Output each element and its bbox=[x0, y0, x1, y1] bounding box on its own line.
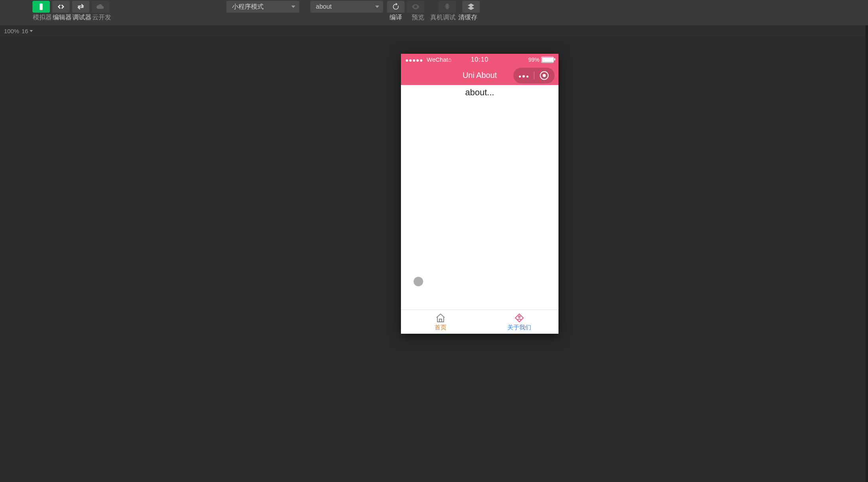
floating-assist-dot[interactable] bbox=[414, 277, 423, 286]
mode-select[interactable]: 小程序模式 bbox=[226, 1, 299, 13]
phone-nav-bar: Uni About bbox=[401, 65, 558, 85]
chevron-down-icon bbox=[30, 30, 33, 32]
about-icon bbox=[513, 313, 525, 323]
cloud-dev-button[interactable] bbox=[92, 1, 109, 13]
bug-icon bbox=[443, 2, 452, 11]
simulator-toggle-button[interactable] bbox=[32, 1, 50, 13]
zoom-bar[interactable]: 100% 16 bbox=[0, 25, 868, 37]
preview-button[interactable] bbox=[407, 1, 424, 13]
action-compile[interactable]: 编译 bbox=[385, 13, 407, 22]
phone-tab-bar: 首页 关于我们 bbox=[401, 310, 558, 334]
page-title: Uni About bbox=[463, 71, 497, 80]
code-icon bbox=[57, 2, 65, 11]
chevron-down-icon bbox=[375, 6, 379, 8]
cloud-icon bbox=[96, 2, 105, 11]
action-remote[interactable]: 真机调试 bbox=[429, 13, 457, 22]
eye-icon bbox=[411, 2, 420, 11]
action-clearcache[interactable]: 清缓存 bbox=[457, 13, 479, 22]
debugger-toggle-button[interactable] bbox=[72, 1, 89, 13]
main-toolbar: 小程序模式 about 模拟器 bbox=[0, 0, 868, 26]
zoom-percent: 100% bbox=[4, 28, 19, 34]
tab-debugger[interactable]: 调试器 bbox=[72, 13, 92, 22]
dots-icon bbox=[518, 72, 529, 79]
page-select[interactable]: about bbox=[310, 1, 383, 13]
compile-button[interactable] bbox=[387, 1, 405, 13]
action-preview[interactable]: 预览 bbox=[407, 13, 429, 22]
home-icon bbox=[435, 313, 446, 323]
phone-body: about... bbox=[401, 85, 558, 310]
remote-debug-button[interactable] bbox=[439, 1, 456, 13]
refresh-icon bbox=[391, 2, 400, 11]
tabbar-item-label: 首页 bbox=[435, 324, 446, 331]
device-frame: WeChat⌂ 10:10 99% Uni About bbox=[401, 54, 558, 334]
device-icon bbox=[37, 2, 46, 11]
svg-point-1 bbox=[519, 316, 520, 318]
target-icon bbox=[540, 71, 549, 80]
capsule-menu-button[interactable] bbox=[513, 72, 534, 79]
chevron-down-icon bbox=[291, 6, 295, 8]
phone-header: WeChat⌂ 10:10 99% Uni About bbox=[401, 54, 558, 85]
tabbar-item-about[interactable]: 关于我们 bbox=[480, 310, 558, 334]
layers-icon bbox=[467, 2, 475, 11]
svg-rect-0 bbox=[40, 4, 42, 10]
editor-toggle-button[interactable] bbox=[52, 1, 70, 13]
right-panel-collapsed[interactable] bbox=[866, 25, 868, 482]
zoom-fontsize: 16 bbox=[21, 28, 28, 34]
status-time: 10:10 bbox=[401, 56, 558, 63]
battery-icon bbox=[541, 57, 554, 63]
capsule-close-button[interactable] bbox=[534, 71, 555, 80]
clear-cache-button[interactable] bbox=[462, 1, 480, 13]
mode-select-value: 小程序模式 bbox=[232, 3, 264, 11]
tab-editor[interactable]: 编辑器 bbox=[52, 13, 72, 22]
simulator-stage: WeChat⌂ 10:10 99% Uni About bbox=[0, 36, 868, 482]
tabbar-item-home[interactable]: 首页 bbox=[401, 310, 480, 334]
tab-simulator[interactable]: 模拟器 bbox=[32, 13, 52, 22]
page-select-value: about bbox=[316, 3, 332, 10]
miniprogram-capsule bbox=[513, 68, 555, 83]
swap-icon bbox=[76, 2, 85, 11]
tab-cloud[interactable]: 云开发 bbox=[92, 13, 112, 22]
tabbar-item-label: 关于我们 bbox=[507, 324, 531, 331]
about-text: about... bbox=[401, 87, 558, 98]
phone-status-bar: WeChat⌂ 10:10 99% bbox=[401, 54, 558, 65]
